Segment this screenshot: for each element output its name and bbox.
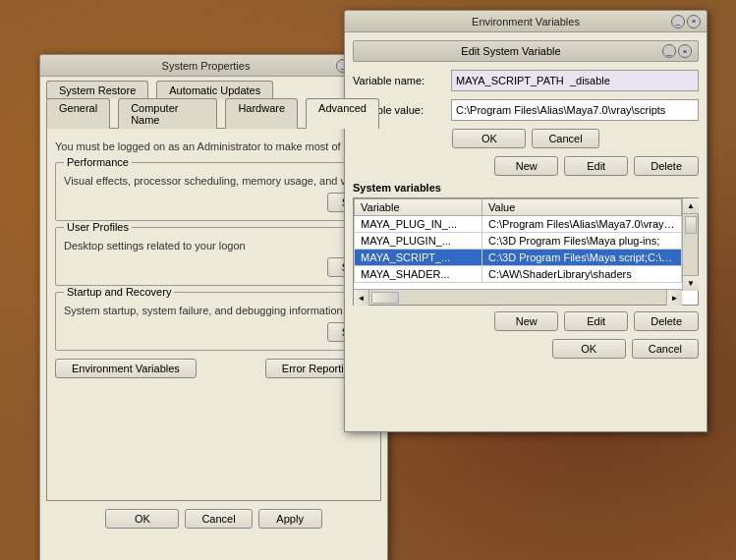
env-vars-window-controls[interactable]: _ × — [671, 15, 701, 28]
tab-row-1: System Restore Automatic Updates — [40, 77, 387, 99]
var-name-cell: MAYA_SHADER... — [355, 266, 482, 283]
env-vars-close-button[interactable]: × — [687, 15, 701, 28]
scroll-left-arrow[interactable]: ◄ — [354, 290, 369, 306]
system-properties-title: System Properties — [76, 60, 336, 72]
var-value-cell: C:\Program Files\Alias\Maya7.0\vray\plug… — [482, 216, 682, 233]
lower-action-buttons: New Edit Delete — [353, 311, 699, 331]
h-scroll-track — [369, 290, 666, 305]
scroll-thumb[interactable] — [685, 216, 697, 234]
var-value-cell: C:\AW\ShaderLibrary\shaders — [482, 266, 682, 283]
performance-label: Performance — [64, 156, 132, 168]
var-name-cell: MAYA_PLUG_IN_... — [355, 216, 482, 233]
sys-props-ok-button[interactable]: OK — [105, 509, 179, 529]
upper-action-buttons: New Edit Delete — [353, 156, 699, 176]
variable-value-input[interactable] — [451, 99, 699, 121]
upper-edit-button[interactable]: Edit — [564, 156, 628, 176]
env-vars-cancel-button[interactable]: Cancel — [632, 339, 699, 359]
var-name-cell: MAYA_SCRIPT_... — [355, 250, 482, 266]
var-value-cell: C:\3D Program Files\Maya plug-ins; — [482, 233, 682, 250]
scroll-track — [683, 214, 698, 275]
upper-delete-button[interactable]: Delete — [634, 156, 699, 176]
tab-general[interactable]: General — [46, 98, 110, 129]
table-scroll-area: Variable Value MAYA_PLUG_IN_... C:\Progr… — [354, 198, 682, 291]
table-row[interactable]: MAYA_PLUGIN_... C:\3D Program Files\Maya… — [355, 233, 682, 250]
lower-edit-button[interactable]: Edit — [564, 311, 628, 331]
edit-dialog-close[interactable]: × — [678, 44, 692, 58]
variable-name-input[interactable] — [451, 70, 699, 91]
startup-recovery-group: Startup and Recovery System startup, sys… — [55, 292, 372, 351]
performance-group: Performance Visual effects, processor sc… — [55, 162, 372, 221]
env-vars-minimize-button[interactable]: _ — [671, 15, 685, 28]
tab-automatic-updates[interactable]: Automatic Updates — [156, 81, 273, 99]
variable-value-field: Variable value: — [353, 99, 699, 121]
tab-computer-name[interactable]: Computer Name — [118, 98, 217, 129]
col-variable: Variable — [355, 199, 482, 216]
tab-system-restore[interactable]: System Restore — [46, 81, 148, 99]
variables-table: Variable Value MAYA_PLUG_IN_... C:\Progr… — [354, 198, 682, 283]
env-vars-ok-button[interactable]: OK — [552, 339, 626, 359]
sys-vars-label: System variables — [353, 182, 699, 194]
startup-recovery-label: Startup and Recovery — [64, 286, 174, 298]
variable-name-field: Variable name: — [353, 70, 699, 91]
env-vars-title: Environment Variables — [380, 16, 671, 28]
edit-ok-button[interactable]: OK — [452, 129, 526, 148]
edit-dialog-title: Edit System Variable — [360, 45, 662, 57]
var-name-cell: MAYA_PLUGIN_... — [355, 233, 482, 250]
table-row[interactable]: MAYA_SHADER... C:\AW\ShaderLibrary\shade… — [355, 266, 682, 283]
variables-table-container: Variable Value MAYA_PLUG_IN_... C:\Progr… — [353, 197, 699, 306]
environment-variables-button[interactable]: Environment Variables — [55, 359, 197, 378]
system-properties-window: System Properties _ □ × System Restore A… — [39, 54, 388, 560]
sys-props-apply-button[interactable]: Apply — [258, 509, 322, 529]
lower-new-button[interactable]: New — [494, 311, 558, 331]
environment-variables-window: Environment Variables _ × Edit System Va… — [344, 10, 708, 432]
edit-dialog-minimize[interactable]: _ — [662, 44, 676, 58]
tab-hardware[interactable]: Hardware — [225, 98, 298, 129]
admin-note: You must be logged on as an Administrato… — [55, 137, 372, 156]
upper-new-button[interactable]: New — [494, 156, 558, 176]
lower-delete-button[interactable]: Delete — [634, 311, 699, 331]
performance-desc: Visual effects, processor scheduling, me… — [64, 175, 364, 187]
user-profiles-label: User Profiles — [64, 221, 132, 233]
var-value-cell: C:\3D Program Files\Maya script;C:\3D Pr… — [482, 250, 682, 266]
env-vars-title-bar[interactable]: Environment Variables _ × — [345, 11, 707, 32]
scroll-right-arrow[interactable]: ► — [666, 290, 682, 306]
horizontal-scrollbar[interactable]: ◄ ► — [354, 289, 682, 305]
scroll-down-arrow[interactable]: ▼ — [683, 275, 699, 291]
col-value: Value — [482, 199, 682, 216]
variable-name-label: Variable name: — [353, 75, 451, 86]
table-row-selected[interactable]: MAYA_SCRIPT_... C:\3D Program Files\Maya… — [355, 250, 682, 266]
vertical-scrollbar[interactable]: ▲ ▼ — [682, 198, 698, 291]
table-row[interactable]: MAYA_PLUG_IN_... C:\Program Files\Alias\… — [355, 216, 682, 233]
scroll-up-arrow[interactable]: ▲ — [683, 198, 699, 214]
edit-dialog-buttons: OK Cancel — [353, 129, 699, 148]
edit-cancel-button[interactable]: Cancel — [532, 129, 598, 148]
startup-recovery-desc: System startup, system failure, and debu… — [64, 305, 364, 316]
user-profiles-desc: Desktop settings related to your logon — [64, 240, 364, 252]
user-profiles-group: User Profiles Desktop settings related t… — [55, 227, 372, 286]
tab-row-2: General Computer Name Hardware Advanced — [40, 98, 387, 129]
system-variables-section: System variables Variable Value M — [353, 182, 699, 331]
system-properties-title-bar[interactable]: System Properties _ □ × — [40, 55, 387, 77]
h-scroll-thumb[interactable] — [371, 292, 399, 304]
sys-props-cancel-button[interactable]: Cancel — [185, 509, 252, 529]
tab-advanced[interactable]: Advanced — [306, 98, 379, 129]
env-vars-ok-cancel: OK Cancel — [353, 339, 699, 359]
